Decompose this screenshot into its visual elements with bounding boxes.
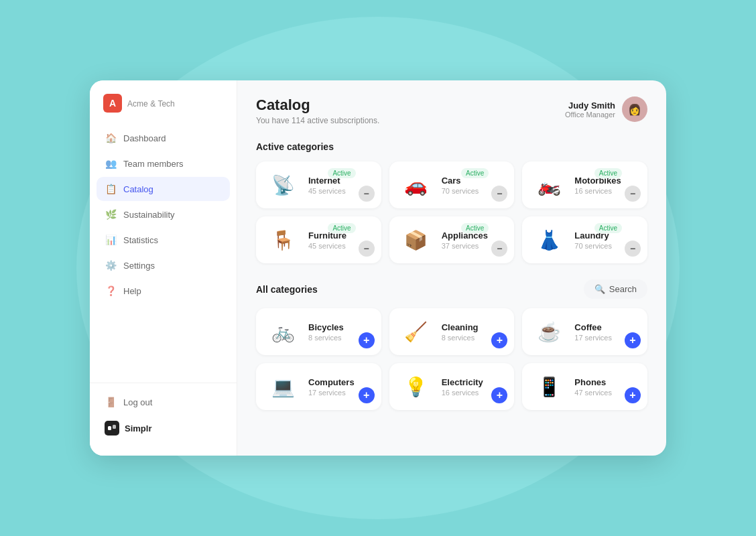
main-header: Catalog You have 114 active subscription… (256, 96, 647, 125)
category-card-coffee: Coffee 17 services + (522, 308, 647, 355)
laundry-icon (531, 226, 566, 254)
search-button[interactable]: 🔍 Search (584, 279, 647, 299)
all-categories-header: All categories 🔍 Search (256, 279, 647, 299)
active-badge: Active (594, 223, 622, 233)
active-badge: Active (328, 223, 355, 233)
sidebar-item-label: Dashboard (123, 133, 166, 143)
activate-button[interactable]: + (359, 332, 375, 348)
coffee-icon (531, 318, 566, 346)
deactivate-button[interactable]: − (625, 241, 641, 257)
activate-button[interactable]: + (491, 332, 507, 348)
sidebar-item-label: Sustainability (123, 210, 175, 220)
deactivate-button[interactable]: − (491, 186, 507, 202)
logout-label: Log out (123, 397, 152, 407)
page-header-text: Catalog You have 114 active subscription… (256, 96, 379, 125)
logout-icon: 🚪 (105, 396, 117, 408)
furniture-icon (265, 226, 300, 254)
sidebar-item-dashboard[interactable]: 🏠 Dashboard (97, 126, 230, 150)
active-badge: Active (461, 223, 489, 233)
category-card-electricity: Electricity 16 services + (389, 363, 515, 410)
dashboard-icon: 🏠 (105, 132, 117, 144)
category-card-bicycles: Bicycles 8 services + (256, 308, 381, 355)
active-badge: Active (594, 168, 622, 178)
category-card-appliances: Appliances 37 services Active − (389, 216, 515, 263)
active-badge: Active (328, 168, 355, 178)
sidebar-item-sustainability[interactable]: 🌿 Sustainability (97, 202, 230, 226)
cleaning-icon (399, 318, 434, 346)
sidebar: A Acme & Tech 🏠 Dashboard 👥 Team members… (90, 80, 237, 456)
help-icon: ❓ (105, 285, 117, 297)
bicycles-icon (265, 318, 300, 346)
phones-icon (531, 373, 566, 401)
active-categories-title: Active categories (256, 141, 647, 152)
cars-icon (399, 171, 434, 199)
logo: A Acme & Tech (90, 94, 237, 126)
statistics-icon: 📊 (105, 234, 117, 246)
search-icon: 🔍 (594, 284, 605, 294)
catalog-icon: 📋 (105, 183, 117, 195)
activate-button[interactable]: + (359, 387, 375, 403)
logo-icon: A (103, 94, 122, 113)
deactivate-button[interactable]: − (359, 186, 375, 202)
activate-button[interactable]: + (625, 387, 641, 403)
all-categories-grid: Bicycles 8 services + Cleaning 8 service… (256, 308, 647, 410)
category-card-phones: Phones 47 services + (522, 363, 647, 410)
category-card-motorbikes: Motorbikes 16 services Active − (522, 161, 647, 208)
page-subtitle: You have 114 active subscriptions. (256, 116, 379, 125)
sidebar-item-help[interactable]: ❓ Help (97, 279, 230, 303)
deactivate-button[interactable]: − (625, 186, 641, 202)
active-badge: Active (461, 168, 489, 178)
company-name: Acme & Tech (127, 98, 175, 109)
user-profile: Judy Smith Office Manager 👩 (565, 96, 647, 122)
category-card-furniture: Furniture 45 services Active − (256, 216, 381, 263)
user-info: Judy Smith Office Manager (565, 100, 615, 119)
sidebar-item-team[interactable]: 👥 Team members (97, 151, 230, 176)
background-circle: A Acme & Tech 🏠 Dashboard 👥 Team members… (76, 17, 680, 519)
page-title: Catalog (256, 96, 379, 114)
category-card-computers: Computers 17 services + (256, 363, 381, 410)
activate-button[interactable]: + (625, 332, 641, 348)
sidebar-nav: 🏠 Dashboard 👥 Team members 📋 Catalog 🌿 S… (90, 126, 237, 376)
electricity-icon (399, 373, 434, 401)
appliances-icon (399, 226, 434, 254)
activate-button[interactable]: + (491, 387, 507, 403)
sustainability-icon: 🌿 (105, 208, 117, 220)
deactivate-button[interactable]: − (491, 241, 507, 257)
user-name: Judy Smith (565, 100, 615, 111)
svg-rect-1 (113, 425, 116, 429)
user-role: Office Manager (565, 111, 615, 119)
sidebar-item-settings[interactable]: ⚙️ Settings (97, 253, 230, 277)
settings-icon: ⚙️ (105, 259, 117, 271)
sidebar-bottom: 🚪 Log out Simplr (90, 383, 237, 442)
internet-icon (265, 171, 300, 199)
motorbikes-icon (531, 171, 566, 199)
simplr-brand: Simplr (97, 414, 230, 442)
active-categories-grid: Internet 45 services Active − Cars 70 se… (256, 161, 647, 263)
sidebar-item-label: Statistics (123, 235, 158, 245)
sidebar-item-statistics[interactable]: 📊 Statistics (97, 228, 230, 252)
avatar: 👩 (622, 96, 647, 122)
sidebar-item-label: Settings (123, 261, 155, 271)
sidebar-item-label: Catalog (123, 184, 153, 194)
main-content: Catalog You have 114 active subscription… (237, 80, 666, 456)
category-card-cleaning: Cleaning 8 services + (389, 308, 515, 355)
category-card-laundry: Laundry 70 services Active − (522, 216, 647, 263)
svg-rect-0 (108, 426, 111, 430)
simplr-icon (105, 421, 119, 436)
sidebar-item-label: Help (123, 286, 141, 296)
category-card-cars: Cars 70 services Active − (389, 161, 515, 208)
team-icon: 👥 (105, 157, 117, 170)
logout-button[interactable]: 🚪 Log out (97, 390, 230, 414)
all-categories-title: All categories (256, 284, 318, 295)
sidebar-item-label: Team members (123, 159, 184, 169)
deactivate-button[interactable]: − (359, 241, 375, 257)
app-window: A Acme & Tech 🏠 Dashboard 👥 Team members… (90, 80, 666, 456)
category-card-internet: Internet 45 services Active − (256, 161, 381, 208)
computers-icon (265, 373, 300, 401)
sidebar-item-catalog[interactable]: 📋 Catalog (97, 177, 230, 201)
